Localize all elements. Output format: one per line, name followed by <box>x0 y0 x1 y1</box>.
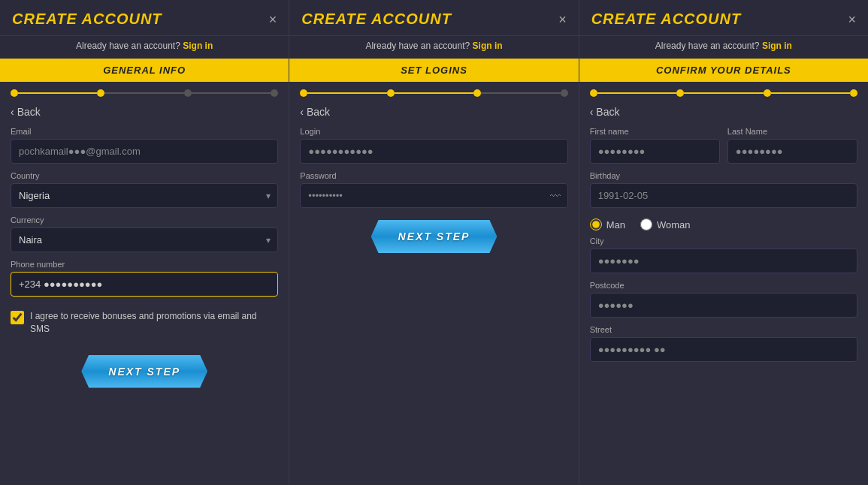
last-name-group: Last Name <box>727 127 857 164</box>
birthday-label: Birthday <box>590 171 857 180</box>
gender-man-radio[interactable] <box>590 218 602 230</box>
password-group: Password 〰 <box>300 171 567 208</box>
email-group: Email <box>11 127 278 164</box>
login-label: Login <box>300 127 567 136</box>
step-bar-2: SET LOGINS <box>289 59 578 82</box>
next-btn-container-1: NEXT STEP <box>11 351 278 388</box>
country-select-wrapper: Nigeria Ghana Kenya ▾ <box>11 183 278 208</box>
password-label: Password <box>300 171 567 180</box>
phone-group: Phone number <box>11 260 278 297</box>
dot-3-1 <box>590 89 597 97</box>
city-group: City <box>590 236 857 273</box>
panel-header-3: CREATE ACCOUNT × <box>579 0 868 36</box>
login-input[interactable] <box>300 139 567 164</box>
first-name-input[interactable] <box>590 139 720 164</box>
panel-header-1: CREATE ACCOUNT × <box>0 0 289 36</box>
sign-in-row-2: Already have an account? Sign in <box>289 36 578 59</box>
first-name-group: First name <box>590 127 720 164</box>
postcode-label: Postcode <box>590 281 857 290</box>
gender-man-text: Man <box>606 219 625 230</box>
name-row: First name Last Name <box>590 127 857 171</box>
panel-header-2: CREATE ACCOUNT × <box>289 0 578 36</box>
email-input[interactable] <box>11 139 278 164</box>
sign-in-link-1[interactable]: Sign in <box>183 41 213 51</box>
panel-title-1: CREATE ACCOUNT <box>12 11 162 28</box>
currency-group: Currency Naira Dollar Euro ▾ <box>11 215 278 252</box>
sign-in-row-1: Already have an account? Sign in <box>0 36 289 59</box>
panel-confirm-details: CREATE ACCOUNT × Already have an account… <box>579 0 868 485</box>
country-label: Country <box>11 171 278 180</box>
city-label: City <box>590 236 857 246</box>
gender-man-label[interactable]: Man <box>590 218 625 230</box>
dot-1-2 <box>97 89 104 97</box>
dot-1-4 <box>271 89 278 97</box>
dot-3-4 <box>850 89 857 97</box>
phone-label: Phone number <box>11 260 278 269</box>
last-name-label: Last Name <box>727 127 857 136</box>
back-link-2[interactable]: ‹ Back <box>289 101 578 124</box>
progress-bar-2 <box>289 82 578 101</box>
sign-in-link-3[interactable]: Sign in <box>762 41 792 51</box>
currency-label: Currency <box>11 215 278 224</box>
dot-3-2 <box>676 89 684 97</box>
dot-2-1 <box>300 89 307 97</box>
panel-set-logins: CREATE ACCOUNT × Already have an account… <box>289 0 579 485</box>
gender-woman-label[interactable]: Woman <box>640 218 691 230</box>
country-group: Country Nigeria Ghana Kenya ▾ <box>11 171 278 208</box>
email-label: Email <box>11 127 278 136</box>
back-link-3[interactable]: ‹ Back <box>579 101 868 124</box>
city-input[interactable] <box>590 249 857 273</box>
step-bar-1: GENERAL INFO <box>0 59 289 82</box>
panel-body-2: Login Password 〰 NEXT STEP <box>289 124 578 485</box>
gender-woman-radio[interactable] <box>640 218 652 230</box>
dot-2-2 <box>387 89 395 97</box>
country-select[interactable]: Nigeria Ghana Kenya <box>11 183 278 208</box>
currency-select[interactable]: Naira Dollar Euro <box>11 227 278 252</box>
panel-title-3: CREATE ACCOUNT <box>591 11 742 28</box>
panel-title-2: CREATE ACCOUNT <box>301 11 452 28</box>
back-link-1[interactable]: ‹ Back <box>0 101 289 124</box>
panel-body-3: First name Last Name Birthday Man <box>579 124 868 485</box>
dot-1-3 <box>184 89 192 97</box>
panel-body-1: Email Country Nigeria Ghana Kenya ▾ Curr… <box>0 124 289 485</box>
eye-icon[interactable]: 〰 <box>550 190 561 202</box>
postcode-group: Postcode <box>590 281 857 318</box>
street-group: Street <box>590 325 857 362</box>
dot-3-3 <box>764 89 771 97</box>
progress-bar-3 <box>579 82 868 101</box>
dot-2-4 <box>561 89 568 97</box>
progress-bar-1 <box>0 82 289 101</box>
bonus-checkbox[interactable] <box>11 311 24 324</box>
password-wrapper: 〰 <box>300 183 567 208</box>
street-input[interactable] <box>590 337 857 362</box>
currency-select-wrapper: Naira Dollar Euro ▾ <box>11 227 278 252</box>
next-btn-container-2: NEXT STEP <box>300 215 567 253</box>
dot-1-1 <box>11 89 18 97</box>
postcode-input[interactable] <box>590 293 857 318</box>
close-button-3[interactable]: × <box>848 13 856 26</box>
phone-input[interactable] <box>11 272 278 297</box>
checkbox-label: I agree to receive bonuses and promotion… <box>30 310 278 336</box>
gender-woman-text: Woman <box>657 219 691 230</box>
street-label: Street <box>590 325 857 334</box>
birthday-group: Birthday <box>590 171 857 208</box>
sign-in-link-2[interactable]: Sign in <box>473 41 503 51</box>
checkbox-row: I agree to receive bonuses and promotion… <box>11 304 278 343</box>
login-group: Login <box>300 127 567 164</box>
step-bar-3: CONFIRM YOUR DETAILS <box>579 59 868 82</box>
close-button-1[interactable]: × <box>269 13 277 26</box>
birthday-input[interactable] <box>590 183 857 208</box>
next-step-button-1[interactable]: NEXT STEP <box>81 355 207 388</box>
last-name-input[interactable] <box>727 139 857 164</box>
next-step-button-2[interactable]: NEXT STEP <box>371 220 498 253</box>
first-name-label: First name <box>590 127 720 136</box>
sign-in-row-3: Already have an account? Sign in <box>579 36 868 59</box>
panel-general-info: CREATE ACCOUNT × Already have an account… <box>0 0 289 485</box>
gender-group: Man Woman <box>590 215 857 236</box>
dot-2-3 <box>473 89 481 97</box>
password-input[interactable] <box>300 183 567 208</box>
close-button-2[interactable]: × <box>558 13 567 26</box>
